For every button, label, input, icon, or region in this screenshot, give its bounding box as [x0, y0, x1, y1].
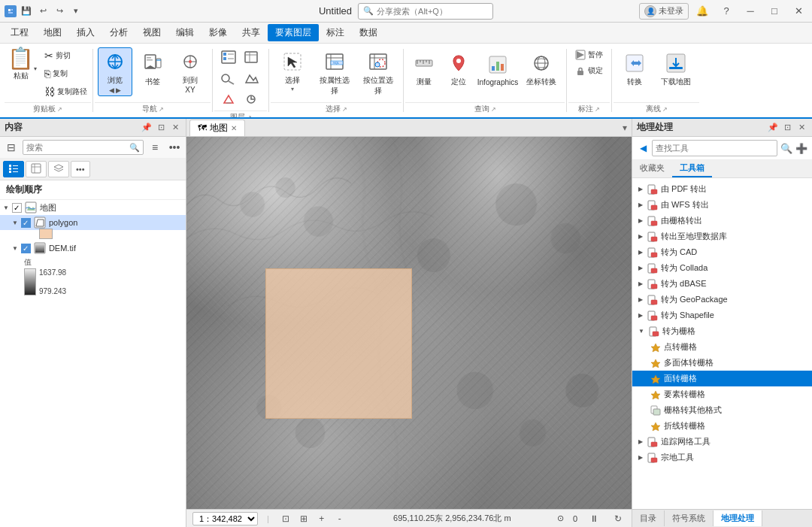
- content-search-input[interactable]: [26, 143, 129, 152]
- geo-item-raster-to-format[interactable]: 栅格转其他格式: [632, 402, 812, 418]
- scale-selector[interactable]: 1：342,482: [192, 512, 258, 525]
- copy-button[interactable]: ⎘ 复制: [41, 65, 91, 82]
- layer-check-polygon[interactable]: ✓: [21, 218, 31, 228]
- menu-view[interactable]: 视图: [135, 24, 168, 41]
- more-options-icon[interactable]: •••: [166, 139, 183, 156]
- menu-analysis[interactable]: 分析: [102, 24, 135, 41]
- geo-item-pdf[interactable]: ▶ 由 PDF 转出: [632, 181, 812, 197]
- map-canvas[interactable]: [186, 137, 632, 509]
- download-map-button[interactable]: 下载地图: [656, 47, 696, 91]
- layer-check-map[interactable]: ✓: [12, 203, 22, 213]
- layer-item-dem[interactable]: ▼ ✓ DEM.tif: [0, 241, 186, 256]
- layer-tool-5[interactable]: [219, 89, 240, 109]
- geo-tab-toolbox[interactable]: 工具箱: [672, 160, 712, 177]
- menu-share[interactable]: 共享: [235, 24, 268, 41]
- tab-map-view[interactable]: [26, 161, 47, 177]
- menu-map[interactable]: 地图: [36, 24, 69, 41]
- geo-search-input[interactable]: [652, 140, 777, 156]
- expand-triangle-map[interactable]: ▼: [3, 204, 9, 211]
- layer-tool-1[interactable]: [219, 47, 240, 67]
- geo-item-polygon-to-raster[interactable]: 面转栅格: [632, 371, 812, 386]
- undo-btn[interactable]: ↩: [36, 5, 50, 18]
- geo-item-shapefile[interactable]: ▶ 转为 Shapefile: [632, 307, 812, 323]
- map-tab-close[interactable]: ✕: [231, 124, 237, 132]
- geo-item-multipatch-to-raster[interactable]: 多面体转栅格: [632, 355, 812, 371]
- tab-more[interactable]: •••: [71, 161, 90, 177]
- geo-tab-favorites[interactable]: 收藏夹: [632, 160, 672, 177]
- geo-item-raster-out[interactable]: ▶ 由栅格转出: [632, 213, 812, 229]
- expand-triangle-polygon[interactable]: ▼: [12, 220, 18, 226]
- select-by-location-button[interactable]: 按位置选择: [358, 47, 398, 98]
- maximize-btn[interactable]: □: [764, 1, 785, 22]
- login-button[interactable]: 👤 未登录: [639, 3, 689, 20]
- pause-button[interactable]: 暂停: [571, 47, 607, 62]
- bookmark-button[interactable]: 书签: [135, 47, 170, 91]
- layer-tool-3[interactable]: [219, 68, 240, 88]
- pause-map-btn[interactable]: ⏸: [586, 511, 601, 526]
- tab-list-view[interactable]: [3, 161, 24, 177]
- menu-label[interactable]: 标注: [319, 24, 352, 41]
- quick-access-more[interactable]: ▾: [69, 5, 83, 18]
- layer-tool-6[interactable]: [241, 89, 262, 109]
- geo-group-parcel-tools[interactable]: ▶ 宗地工具: [632, 450, 812, 465]
- menu-insert[interactable]: 插入: [69, 24, 102, 41]
- geo-pin-button[interactable]: 📌: [767, 122, 779, 134]
- layer-tool-4[interactable]: [241, 68, 262, 88]
- geo-item-geodatabase[interactable]: ▶ 转出至地理数据库: [632, 229, 812, 244]
- cut-button[interactable]: ✂ 剪切: [41, 47, 91, 64]
- lock-button[interactable]: 锁定: [571, 63, 607, 78]
- layer-check-dem[interactable]: ✓: [21, 244, 31, 253]
- forward-icon[interactable]: ▶: [116, 86, 121, 94]
- locate-button[interactable]: 定位: [443, 47, 474, 91]
- layer-tool-2[interactable]: [241, 47, 262, 67]
- measure-button[interactable]: 测量: [408, 47, 440, 91]
- geo-item-polyline-to-raster[interactable]: 折线转栅格: [632, 418, 812, 434]
- map-dropdown-btn[interactable]: ▾: [623, 123, 627, 133]
- auto-hide-button[interactable]: ⊡: [155, 122, 167, 134]
- geo-auto-hide-button[interactable]: ⊡: [781, 122, 793, 134]
- notifications-btn[interactable]: 🔔: [692, 1, 713, 22]
- copy-path-button[interactable]: ⛓ 复制路径: [41, 83, 91, 100]
- geo-search-go-btn[interactable]: 🔍: [780, 143, 792, 154]
- back-icon[interactable]: ◀: [109, 86, 114, 94]
- geo-item-feature-to-raster[interactable]: 要素转栅格: [632, 386, 812, 402]
- minimize-btn[interactable]: ─: [740, 1, 761, 22]
- menu-imagery[interactable]: 影像: [201, 24, 235, 41]
- refresh-btn[interactable]: ↻: [611, 511, 626, 526]
- full-extent-btn[interactable]: ⊡: [278, 511, 293, 526]
- redo-btn[interactable]: ↪: [53, 5, 66, 18]
- geo-item-collada[interactable]: ▶ 转为 Collada: [632, 260, 812, 276]
- help-btn[interactable]: ?: [716, 1, 737, 22]
- goto-xy-button[interactable]: 到到 XY: [173, 47, 208, 96]
- menu-edit[interactable]: 编辑: [168, 24, 201, 41]
- filter-icon[interactable]: ⊟: [3, 139, 20, 156]
- content-search-box[interactable]: 🔍: [23, 140, 144, 155]
- add-btn[interactable]: +: [314, 511, 329, 526]
- menu-feature-layer[interactable]: 要素图层: [268, 24, 319, 41]
- infographics-button[interactable]: Infographics: [477, 47, 518, 91]
- global-search-input[interactable]: [377, 7, 482, 16]
- paste-button[interactable]: 📋 粘贴 ▾: [5, 46, 40, 83]
- geo-back-btn[interactable]: ◀: [637, 142, 649, 154]
- sub-btn[interactable]: -: [332, 511, 347, 526]
- layer-item-map[interactable]: ▼ ✓ 地图: [0, 200, 186, 215]
- convert-button[interactable]: 转换: [617, 47, 653, 91]
- coordinate-convert-button[interactable]: 坐标转换: [521, 47, 562, 91]
- geo-bottom-tab-symbology[interactable]: 符号系统: [665, 510, 714, 526]
- map-tab[interactable]: 🗺 地图 ✕: [189, 120, 245, 136]
- pin-button[interactable]: 📌: [141, 122, 153, 134]
- select-button[interactable]: 选择 ▾: [274, 47, 311, 95]
- layer-item-polygon[interactable]: ▼ ✓ polygon: [0, 215, 186, 230]
- global-search-box[interactable]: 🔍: [358, 3, 493, 20]
- tab-layer-view[interactable]: [48, 161, 69, 177]
- geo-group-trace-network[interactable]: ▶ 追踪网络工具: [632, 434, 812, 450]
- menu-project[interactable]: 工程: [3, 24, 36, 41]
- geo-item-wfs[interactable]: ▶ 由 WFS 转出: [632, 197, 812, 213]
- expand-triangle-dem[interactable]: ▼: [12, 245, 18, 252]
- menu-data[interactable]: 数据: [352, 24, 385, 41]
- close-btn[interactable]: ✕: [788, 1, 809, 22]
- geo-bottom-tab-geoprocessing[interactable]: 地理处理: [714, 510, 762, 526]
- geo-item-dbase[interactable]: ▶ 转为 dBASE: [632, 276, 812, 292]
- geo-item-cad[interactable]: ▶ 转为 CAD: [632, 244, 812, 260]
- close-panel-button[interactable]: ✕: [169, 122, 181, 134]
